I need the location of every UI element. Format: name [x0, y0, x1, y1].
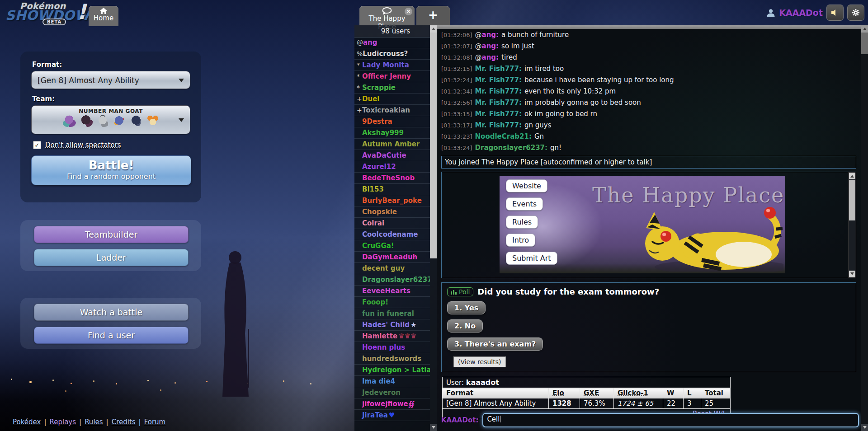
- chat-message: [01:32:15]Mr. Fish777:im tired too: [441, 63, 860, 75]
- tab-home[interactable]: Home: [89, 6, 118, 26]
- user-list-item[interactable]: Hydreigon > Latias: [354, 365, 430, 376]
- user-list-item[interactable]: AvaDaCutie: [354, 150, 430, 161]
- chat-scrollbar[interactable]: [861, 25, 868, 431]
- message-username[interactable]: Mr. Fish777:: [475, 110, 522, 118]
- message-username[interactable]: NoodleCrab21:: [475, 132, 532, 141]
- user-list-item[interactable]: *Lady Monita: [354, 60, 430, 71]
- ladder-user-label: User:: [446, 379, 464, 387]
- find-user-button[interactable]: Find a user: [34, 327, 189, 344]
- message-username[interactable]: Mr. Fish777:: [475, 121, 522, 129]
- user-list-item[interactable]: CruGGa!: [354, 240, 430, 252]
- message-username[interactable]: ang:: [482, 42, 499, 50]
- user-list-item[interactable]: fun in funeral: [354, 308, 430, 319]
- menu-button-group-1: Teambuilder Ladder: [20, 220, 201, 271]
- link-replays[interactable]: Replays: [50, 418, 76, 426]
- user-list-item[interactable]: Dragonslayer6237: [354, 274, 430, 286]
- user-list-item[interactable]: Hades' Child★: [354, 319, 430, 331]
- teambuilder-button[interactable]: Teambuilder: [34, 226, 189, 243]
- user-list-item[interactable]: @ang: [354, 37, 430, 48]
- poll-option-2[interactable]: 2. No: [447, 319, 483, 333]
- link-credits[interactable]: Credits: [112, 418, 136, 426]
- events-button[interactable]: Events: [506, 197, 543, 211]
- userlist-scrollbar[interactable]: [430, 25, 437, 431]
- poll-question: Did you study for the exam tommorow?: [477, 287, 659, 296]
- user-list-item[interactable]: Hamlette♛♛♛: [354, 331, 430, 342]
- link-separator: |: [44, 418, 46, 426]
- message-username[interactable]: Mr. Fish777:: [475, 87, 522, 95]
- user-list-item[interactable]: Colrai: [354, 218, 430, 229]
- link-pokedex[interactable]: Pokédex: [13, 418, 41, 426]
- scroll-up-arrow[interactable]: [430, 25, 437, 33]
- user-list-item[interactable]: jifowejfiowe∯: [354, 398, 430, 410]
- message-username[interactable]: Mr. Fish777:: [475, 98, 522, 107]
- message-username[interactable]: Dragonslayer6237:: [475, 144, 548, 152]
- username-button[interactable]: KAAADot: [779, 8, 823, 18]
- scroll-down-arrow[interactable]: [430, 424, 437, 431]
- rules-button[interactable]: Rules: [506, 216, 538, 229]
- user-list-item[interactable]: BurlyBear_poke: [354, 195, 430, 206]
- scrollbar-thumb[interactable]: [849, 180, 855, 220]
- watch-battle-button[interactable]: Watch a battle: [34, 304, 189, 321]
- format-select[interactable]: [Gen 8] Almost Any Ability: [31, 71, 190, 89]
- user-list-item[interactable]: JiraTea♥: [354, 410, 430, 421]
- scroll-down-arrow[interactable]: [849, 271, 855, 277]
- spectators-checkbox-row[interactable]: ✓ Don't allow spectators: [33, 141, 190, 149]
- app-logo: Pokémon Showdown BETA !: [5, 0, 90, 25]
- user-list-item[interactable]: Bl153: [354, 184, 430, 195]
- submit-art-button[interactable]: Submit Art: [506, 252, 557, 265]
- user-list-item[interactable]: Akshay999: [354, 127, 430, 139]
- message-username[interactable]: ang:: [482, 31, 499, 39]
- ladder-button[interactable]: Ladder: [34, 249, 189, 266]
- user-list-item[interactable]: Hoenn plus: [354, 342, 430, 353]
- user-list-item[interactable]: *Officer Jenny: [354, 71, 430, 82]
- message-username[interactable]: ang:: [482, 53, 499, 61]
- girl-silhouette: [212, 248, 261, 401]
- chat-input[interactable]: Cell: [482, 413, 859, 427]
- sound-button[interactable]: [826, 5, 844, 21]
- intro-button[interactable]: Intro: [506, 234, 535, 247]
- user-list-item[interactable]: BedeTheSnob: [354, 173, 430, 184]
- user-list-item[interactable]: +Duel: [354, 94, 430, 105]
- settings-button[interactable]: [847, 5, 864, 21]
- tab-room-the-happy-place[interactable]: The Happy Place ×: [359, 6, 415, 25]
- user-list-item[interactable]: Coolcodename: [354, 229, 430, 240]
- team-select[interactable]: NUMBER MAN GOAT: [31, 105, 190, 134]
- user-list-item[interactable]: 9Destra: [354, 116, 430, 127]
- user-list-item[interactable]: Fooop!: [354, 297, 430, 308]
- user-list-item[interactable]: Jedeveron: [354, 387, 430, 398]
- user-list-item[interactable]: *Scrappie: [354, 82, 430, 94]
- poll-option-1[interactable]: 1. Yes: [447, 301, 486, 314]
- view-results-button[interactable]: (View results): [453, 356, 506, 367]
- user-list-item[interactable]: +Toxicroakian: [354, 105, 430, 116]
- link-forum[interactable]: Forum: [144, 418, 166, 426]
- poll-badge[interactable]: Poll: [447, 287, 473, 296]
- user-list-item[interactable]: Azurel12: [354, 161, 430, 173]
- scroll-down-arrow[interactable]: [861, 424, 868, 431]
- scroll-up-arrow[interactable]: [849, 173, 855, 179]
- user-name: Hydreigon > Latias: [362, 366, 430, 374]
- checkbox-checked-icon[interactable]: ✓: [33, 141, 41, 149]
- user-list-item[interactable]: EeveeHearts: [354, 286, 430, 297]
- message-timestamp: [01:32:07]: [441, 43, 472, 50]
- user-list-item[interactable]: %Ludicrouss?: [354, 48, 430, 60]
- website-button[interactable]: Website: [506, 179, 547, 192]
- user-list-item[interactable]: hundredswords: [354, 353, 430, 365]
- poll-option-3[interactable]: 3. There's an exam?: [447, 337, 543, 351]
- battle-button[interactable]: Battle! Find a random opponent: [31, 155, 191, 185]
- message-username[interactable]: Mr. Fish777:: [475, 76, 522, 84]
- new-tab-button[interactable]: +: [416, 6, 450, 25]
- message-text: im tired too: [524, 65, 564, 73]
- link-rules[interactable]: Rules: [85, 418, 103, 426]
- message-username[interactable]: Mr. Fish777:: [475, 65, 522, 73]
- user-list-item[interactable]: decent guy: [354, 263, 430, 274]
- scrollbar-thumb[interactable]: [430, 33, 437, 258]
- infobox-scrollbar[interactable]: [848, 172, 856, 278]
- close-icon[interactable]: ×: [405, 8, 412, 15]
- user-list-item[interactable]: DaGymLeaduh: [354, 252, 430, 263]
- user-name: Jedeveron: [362, 389, 401, 397]
- scrollbar-thumb[interactable]: [861, 33, 868, 54]
- user-list-item[interactable]: Ima die4: [354, 376, 430, 387]
- scroll-up-arrow[interactable]: [861, 25, 868, 33]
- user-list-item[interactable]: Chopskie: [354, 206, 430, 218]
- user-list-item[interactable]: Autumn Amber: [354, 139, 430, 150]
